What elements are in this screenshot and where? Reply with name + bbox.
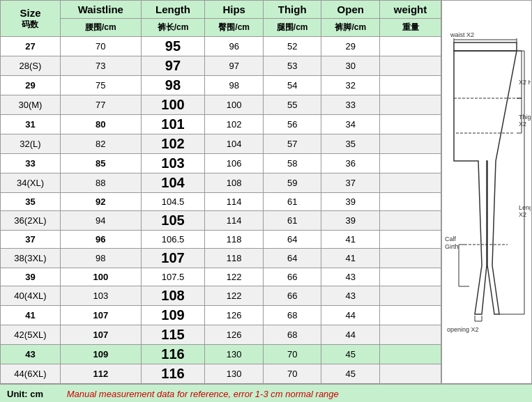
- length-cell: 102: [141, 134, 205, 154]
- size-cell: 36(2XL): [1, 211, 61, 231]
- waist-cell: 70: [60, 37, 141, 56]
- thigh-cell: 55: [263, 95, 321, 115]
- weight-cell: [380, 56, 441, 76]
- table-row: 32(L)821021045735: [1, 134, 441, 154]
- hips-cell: 130: [205, 345, 264, 364]
- hips-cell: 118: [205, 231, 264, 249]
- weight-cell: [380, 268, 441, 286]
- svg-rect-0: [454, 42, 517, 51]
- table-row: 36(2XL)941051146139: [1, 211, 441, 231]
- hips-cell: 114: [205, 211, 264, 231]
- table-row: 39100107.51226643: [1, 268, 441, 286]
- size-cell: 38(3XL): [1, 249, 61, 268]
- table-row: 297598985432: [1, 76, 441, 95]
- hips-cell: 126: [205, 325, 264, 345]
- header-row-1: Size码数 Waistline Length Hips Thigh Open: [1, 1, 441, 19]
- thigh-header: Thigh: [263, 1, 321, 19]
- open-cell: 30: [321, 56, 380, 76]
- size-cell: 44(6XL): [1, 364, 61, 384]
- size-cell: 37: [1, 231, 61, 249]
- table-row: 3796106.51186441: [1, 231, 441, 249]
- length-cell: 97: [141, 56, 205, 76]
- length-cell: 116: [141, 364, 205, 384]
- open-cell: 37: [321, 173, 380, 193]
- thigh-cell: 52: [263, 37, 321, 56]
- length-sub: 裤长/cm: [141, 19, 205, 37]
- length-cell: 108: [141, 286, 205, 306]
- weight-cell: [380, 306, 441, 325]
- weight-cell: [380, 134, 441, 154]
- weight-sub: 重量: [380, 19, 441, 37]
- open-sub: 裤脚/cm: [321, 19, 380, 37]
- size-cell: 42(5XL): [1, 325, 61, 345]
- size-cell: 39: [1, 268, 61, 286]
- weight-cell: [380, 364, 441, 384]
- size-diagram: waist X2 X2 Hip Thigh X2 Length X2: [443, 22, 531, 363]
- weight-cell: [380, 115, 441, 134]
- thigh-sub: 腿围/cm: [263, 19, 321, 37]
- open-cell: 41: [321, 249, 380, 268]
- table-row: 277095965229: [1, 37, 441, 56]
- svg-text:Girth: Girth: [445, 243, 459, 250]
- weight-cell: [380, 325, 441, 345]
- length-cell: 100: [141, 95, 205, 115]
- hips-cell: 102: [205, 115, 264, 134]
- table-row: 30(M)771001005533: [1, 95, 441, 115]
- waist-cell: 80: [60, 115, 141, 134]
- waistline-header: Waistline: [60, 1, 141, 19]
- waist-cell: 88: [60, 173, 141, 193]
- length-cell: 104.5: [141, 193, 205, 211]
- length-cell: 109: [141, 306, 205, 325]
- waist-cell: 109: [60, 345, 141, 364]
- hips-cell: 130: [205, 364, 264, 384]
- hips-cell: 114: [205, 193, 264, 211]
- thigh-cell: 61: [263, 211, 321, 231]
- size-cell: 35: [1, 193, 61, 211]
- thigh-cell: 70: [263, 364, 321, 384]
- open-cell: 44: [321, 306, 380, 325]
- thigh-cell: 64: [263, 249, 321, 268]
- table-row: 42(5XL)1071151266844: [1, 325, 441, 345]
- diagram-column: waist X2 X2 Hip Thigh X2 Length X2: [441, 0, 532, 384]
- thigh-cell: 70: [263, 345, 321, 364]
- open-cell: 34: [321, 115, 380, 134]
- weight-cell: [380, 76, 441, 95]
- waist-cell: 75: [60, 76, 141, 95]
- weight-cell: [380, 95, 441, 115]
- thigh-cell: 54: [263, 76, 321, 95]
- hips-header: Hips: [205, 1, 264, 19]
- hips-cell: 118: [205, 249, 264, 268]
- weight-cell: [380, 231, 441, 249]
- weight-cell: [380, 154, 441, 173]
- thigh-cell: 64: [263, 231, 321, 249]
- hips-cell: 108: [205, 173, 264, 193]
- waist-cell: 107: [60, 325, 141, 345]
- waist-cell: 73: [60, 56, 141, 76]
- main-container: Size码数 Waistline Length Hips Thigh Open: [0, 0, 532, 402]
- hips-cell: 98: [205, 76, 264, 95]
- size-header: Size码数: [1, 1, 61, 37]
- waistline-sub: 腰围/cm: [60, 19, 141, 37]
- length-cell: 101: [141, 115, 205, 134]
- waist-cell: 82: [60, 134, 141, 154]
- length-header: Length: [141, 1, 205, 19]
- size-cell: 41: [1, 306, 61, 325]
- size-cell: 28(S): [1, 56, 61, 76]
- table-row: 411071091266844: [1, 306, 441, 325]
- table-row: 33851031065836: [1, 154, 441, 173]
- waist-cell: 96: [60, 231, 141, 249]
- thigh-cell: 68: [263, 306, 321, 325]
- thigh-cell: 66: [263, 268, 321, 286]
- open-cell: 45: [321, 364, 380, 384]
- size-cell: 40(4XL): [1, 286, 61, 306]
- hips-cell: 97: [205, 56, 264, 76]
- length-cell: 107.5: [141, 268, 205, 286]
- size-cell: 32(L): [1, 134, 61, 154]
- svg-text:opening X2: opening X2: [447, 326, 479, 333]
- size-cell: 27: [1, 37, 61, 56]
- thigh-cell: 53: [263, 56, 321, 76]
- open-cell: 43: [321, 286, 380, 306]
- length-cell: 98: [141, 76, 205, 95]
- hips-cell: 122: [205, 268, 264, 286]
- waist-cell: 85: [60, 154, 141, 173]
